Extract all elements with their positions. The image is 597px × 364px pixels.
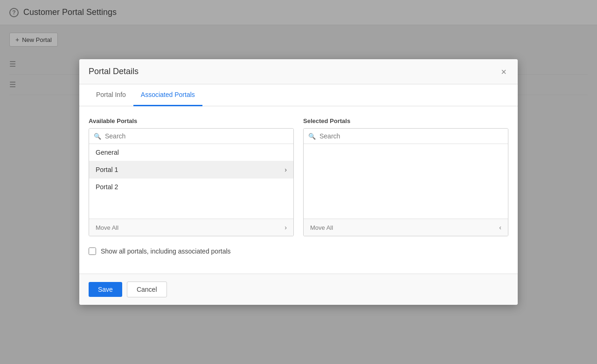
show-all-portals-checkbox[interactable]	[89, 247, 96, 255]
selected-move-all-label: Move All	[310, 224, 333, 231]
modal-close-button[interactable]: ×	[499, 67, 508, 76]
search-icon-selected: 🔍	[308, 133, 316, 140]
selected-portals-list	[304, 144, 508, 219]
dual-list: Available Portals 🔍 General	[89, 117, 508, 236]
selected-portals-search-bar: 🔍	[304, 129, 508, 144]
available-portals-box: 🔍 General Portal 1 ›	[89, 128, 294, 236]
available-portals-move-all[interactable]: Move All ›	[89, 219, 293, 236]
available-portals-panel: Available Portals 🔍 General	[89, 117, 294, 236]
show-all-portals-row: Show all portals, including associated p…	[89, 246, 508, 262]
selected-portals-label: Selected Portals	[303, 117, 508, 124]
selected-portals-box: 🔍 Move All ‹	[303, 128, 508, 236]
selected-portals-move-all[interactable]: Move All ‹	[304, 219, 508, 236]
list-item-portal1[interactable]: Portal 1 ›	[89, 161, 293, 179]
list-item-general[interactable]: General	[89, 144, 293, 161]
modal-footer: Save Cancel	[79, 274, 518, 305]
move-all-right-arrow: ›	[285, 224, 287, 231]
available-portals-search-input[interactable]	[105, 132, 289, 140]
list-item-general-label: General	[96, 149, 119, 156]
modal-header: Portal Details ×	[79, 59, 518, 84]
list-item-portal2-label: Portal 2	[96, 183, 118, 191]
modal-body: Portal Info Associated Portals Available…	[79, 84, 518, 274]
move-all-left-arrow: ‹	[499, 224, 501, 231]
modal-overlay: Portal Details × Portal Info Associated …	[0, 0, 597, 364]
selected-portals-panel: Selected Portals 🔍 Move All ‹	[303, 117, 508, 236]
tab-portal-info[interactable]: Portal Info	[89, 84, 133, 106]
show-all-portals-label[interactable]: Show all portals, including associated p…	[101, 247, 231, 255]
modal-title: Portal Details	[89, 67, 139, 76]
available-portals-search-bar: 🔍	[89, 129, 293, 144]
save-button[interactable]: Save	[89, 282, 122, 297]
list-item-portal2[interactable]: Portal 2	[89, 179, 293, 195]
chevron-right-icon-portal1: ›	[285, 166, 287, 173]
selected-portals-search-input[interactable]	[319, 132, 503, 140]
tab-content-associated-portals: Available Portals 🔍 General	[79, 106, 518, 274]
list-item-portal1-label: Portal 1	[96, 166, 118, 173]
search-icon-available: 🔍	[94, 133, 101, 140]
tabs-container: Portal Info Associated Portals	[79, 84, 518, 106]
available-portals-list: General Portal 1 › Portal 2	[89, 144, 293, 219]
available-move-all-label: Move All	[96, 224, 118, 231]
cancel-button[interactable]: Cancel	[127, 282, 167, 297]
portal-details-modal: Portal Details × Portal Info Associated …	[79, 59, 518, 305]
available-portals-label: Available Portals	[89, 117, 294, 124]
tab-associated-portals[interactable]: Associated Portals	[133, 84, 202, 106]
